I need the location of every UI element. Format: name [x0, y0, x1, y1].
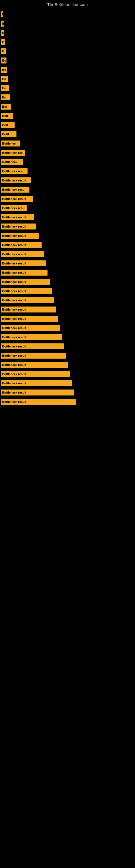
bar-row: Bottleneck result: [0, 379, 135, 387]
bar-label: Bottleneck result: [2, 179, 26, 182]
bar-label: Bottleneck result: [2, 280, 26, 283]
bar-label: Bo: [2, 59, 6, 62]
bar-row: Bottleneck result: [0, 370, 135, 378]
bar-label: Bottleneck result: [2, 354, 26, 357]
bar-label: Bottleneck result: [2, 289, 26, 293]
bar-item: Bottleneck result: [1, 362, 68, 368]
bar-label: Bo: [2, 68, 6, 71]
bar-item: Bottleneck result: [1, 316, 58, 322]
bar-label: Bott: [2, 123, 8, 127]
bar-item: Bottleneck resu: [1, 187, 30, 193]
bar-item: Bottl: [1, 131, 16, 137]
bar-item: Bo: [1, 76, 8, 82]
bar-item: Bott: [1, 122, 14, 128]
bar-label: Bo: [2, 87, 6, 90]
bar-label: Bottleneck: [2, 160, 17, 163]
bar-item: Bottleneck result: [1, 214, 34, 220]
bar-row: Bottlenec: [0, 140, 135, 147]
bar-row: Bottleneck result: [0, 269, 135, 276]
bar-label: Bottleneck result: [2, 308, 26, 311]
bar-row: Bo: [0, 94, 135, 101]
bar-label: Bottleneck result: [2, 400, 26, 403]
bar-label: Bo: [2, 77, 6, 81]
bar-item: Bottleneck result: [1, 352, 66, 359]
bar-label: B: [2, 40, 4, 44]
bar-item: Bo: [1, 67, 7, 73]
bar-item: Bottleneck result: [1, 260, 46, 267]
bar-item: Bottleneck result: [1, 334, 62, 340]
bar-row: Bottleneck result: [0, 232, 135, 240]
bar-label: B: [2, 13, 3, 16]
bar-row: Bottleneck result: [0, 389, 135, 396]
bar-label: Bottleneck result: [2, 234, 26, 237]
bar-row: Bottleneck result: [0, 297, 135, 304]
bar-row: Bottleneck result: [0, 398, 135, 405]
bar-item: Bottleneck result: [1, 343, 64, 349]
bar-label: Bottleneck res: [2, 151, 23, 154]
bar-item: Bottleneck result: [1, 251, 44, 257]
bar-item: B: [1, 30, 4, 36]
bar-label: Bottleneck result: [2, 197, 26, 200]
bar-item: Bottleneck result: [1, 297, 54, 303]
bar-label: Bottleneck resu: [2, 169, 25, 173]
bar-item: Bottleneck result: [1, 390, 74, 396]
bar-item: B: [1, 21, 4, 27]
bar-item: Bo: [1, 94, 10, 100]
bar-row: Bottleneck result: [0, 177, 135, 184]
bar-row: Bottleneck result: [0, 250, 135, 258]
bar-label: Bottleneck result: [2, 262, 26, 265]
bar-item: Bottleneck result: [1, 380, 72, 386]
bar-item: Bottleneck result: [1, 288, 52, 294]
bar-item: B: [1, 39, 5, 45]
bar-row: Bottleneck result: [0, 333, 135, 341]
bar-row: Bottleneck resu: [0, 167, 135, 175]
bar-item: Bottleneck result: [1, 177, 31, 183]
bar-item: Bottleneck result: [1, 233, 39, 239]
bar-label: Bottleneck result: [2, 391, 26, 394]
bar-row: Bottl: [0, 130, 135, 138]
bar-row: B: [0, 38, 135, 46]
bar-row: Bo: [0, 66, 135, 73]
bar-item: Bottleneck result: [1, 223, 36, 229]
bar-label: Bottleneck result: [2, 336, 26, 339]
bars-container: BBBBBBoBoBoBoBoBotBottBottBottlBottlenec…: [0, 8, 135, 410]
bar-label: Bo: [2, 96, 6, 99]
bar-row: Bot: [0, 103, 135, 111]
bar-item: Bot: [1, 104, 11, 110]
bar-label: B: [2, 31, 4, 34]
bar-item: Bottleneck result: [1, 279, 50, 285]
bar-label: Bottleneck result: [2, 363, 26, 367]
bar-row: Bottleneck result: [0, 223, 135, 230]
bar-label: Bottleneck result: [2, 216, 26, 219]
bar-item: Bott: [1, 113, 13, 119]
bar-row: Bottleneck res: [0, 149, 135, 156]
bar-label: Bottleneck result: [2, 326, 26, 330]
bar-label: Bottleneck res: [2, 207, 23, 210]
bar-row: Bo: [0, 75, 135, 83]
bar-row: Bottleneck: [0, 158, 135, 166]
bar-row: Bottleneck result: [0, 195, 135, 203]
bar-item: Bottleneck result: [1, 270, 48, 276]
bar-row: B: [0, 10, 135, 18]
bar-row: Bottleneck result: [0, 361, 135, 369]
bar-row: Bott: [0, 112, 135, 120]
bar-label: Bottleneck result: [2, 372, 26, 376]
bar-row: B: [0, 20, 135, 27]
bar-row: Bottleneck result: [0, 352, 135, 360]
bar-label: Bot: [2, 105, 7, 108]
bar-row: Bo: [0, 84, 135, 92]
bar-label: Bottleneck result: [2, 252, 26, 256]
bar-label: Bottleneck result: [2, 317, 26, 320]
bar-label: Bottleneck result: [2, 225, 26, 228]
bar-item: Bottleneck resu: [1, 168, 28, 174]
bar-label: B: [2, 22, 4, 25]
bar-item: Bottleneck result: [1, 399, 76, 405]
bar-row: B: [0, 48, 135, 55]
bar-row: Bottleneck result: [0, 278, 135, 286]
bar-item: B: [1, 48, 6, 54]
bar-item: Bottleneck result: [1, 307, 56, 312]
bar-item: Bottleneck result: [1, 371, 70, 377]
bar-item: Bo: [1, 85, 9, 91]
bar-row: Bottleneck result: [0, 259, 135, 267]
bar-item: Bottleneck res: [1, 205, 27, 211]
